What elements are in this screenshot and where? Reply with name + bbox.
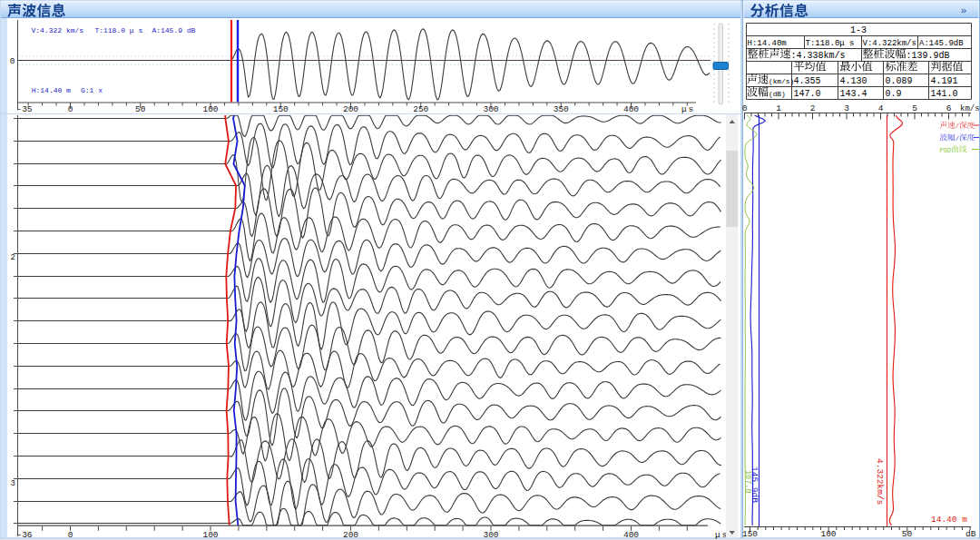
svg-text:14.40 m: 14.40 m (931, 515, 967, 525)
svg-text:4.322km/s: 4.322km/s (875, 458, 885, 505)
svg-text:0: 0 (742, 103, 748, 113)
svg-text:4: 4 (878, 103, 884, 113)
svg-text:350: 350 (554, 104, 569, 114)
svg-text:4.191: 4.191 (931, 76, 958, 86)
svg-text:50: 50 (902, 529, 913, 539)
svg-text::139.9dB: :139.9dB (906, 51, 950, 61)
svg-text:-36: -36 (16, 530, 32, 540)
svg-text:400: 400 (623, 104, 639, 114)
svg-text:200: 200 (343, 104, 358, 114)
svg-text:dB: dB (965, 529, 976, 539)
svg-text:0: 0 (68, 530, 74, 540)
svg-text:km/s: km/s (960, 104, 980, 113)
svg-text:5: 5 (912, 103, 917, 113)
svg-text:100: 100 (820, 529, 836, 539)
svg-text:4.130: 4.130 (840, 76, 867, 86)
svg-text:»: » (961, 5, 966, 15)
svg-text:100: 100 (202, 104, 218, 114)
svg-text:141.0: 141.0 (931, 89, 958, 99)
svg-text:143.4: 143.4 (840, 89, 867, 99)
svg-text:(dB): (dB) (769, 91, 786, 98)
svg-text:0: 0 (68, 104, 74, 114)
svg-text:T:118.0 μ s: T:118.0 μ s (94, 26, 142, 34)
svg-text:0: 0 (10, 56, 15, 66)
svg-text:3: 3 (11, 479, 15, 488)
svg-text:147.0: 147.0 (794, 89, 821, 99)
svg-text:1-3: 1-3 (850, 25, 867, 35)
svg-text:4.355: 4.355 (794, 76, 821, 86)
svg-text::4.338km/s: :4.338km/s (791, 51, 846, 61)
svg-text:H:14.40m: H:14.40m (748, 39, 787, 48)
svg-text:300: 300 (483, 104, 498, 114)
svg-text:/: / (956, 123, 959, 130)
svg-text:2: 2 (810, 103, 816, 113)
svg-text:400: 400 (623, 530, 639, 540)
svg-text:100: 100 (202, 530, 218, 540)
svg-text:300: 300 (483, 530, 498, 540)
svg-text:107.0: 107.0 (743, 470, 752, 494)
svg-text:2: 2 (11, 253, 15, 262)
svg-text:s: s (689, 104, 694, 114)
svg-text:3: 3 (844, 103, 849, 113)
svg-text:G:1 x: G:1 x (81, 86, 103, 94)
svg-text:-35: -35 (16, 104, 32, 114)
svg-text:6: 6 (946, 103, 952, 113)
svg-text:A:145.9 dB: A:145.9 dB (152, 26, 195, 34)
svg-text:0.089: 0.089 (886, 76, 913, 86)
svg-text:V:4.322km/s: V:4.322km/s (863, 39, 916, 48)
svg-text:50: 50 (135, 104, 146, 114)
svg-text:150: 150 (742, 529, 758, 539)
svg-text:V:4.322 km/s: V:4.322 km/s (32, 26, 84, 34)
svg-text:(km/s): (km/s) (769, 78, 794, 85)
svg-text:μ: μ (681, 104, 687, 114)
svg-text:T:118.0μ s: T:118.0μ s (806, 39, 855, 48)
svg-text:1: 1 (776, 103, 781, 113)
svg-text:PSD: PSD (940, 147, 952, 154)
svg-text:150: 150 (273, 104, 289, 114)
svg-text:250: 250 (413, 104, 428, 114)
svg-text:0.9: 0.9 (886, 89, 902, 99)
svg-text:/: / (956, 135, 959, 142)
svg-text:H:14.40 m: H:14.40 m (32, 86, 71, 94)
svg-text:A:145.9dB: A:145.9dB (919, 39, 964, 48)
svg-text:μ: μ (715, 530, 720, 540)
svg-text:200: 200 (343, 530, 358, 540)
